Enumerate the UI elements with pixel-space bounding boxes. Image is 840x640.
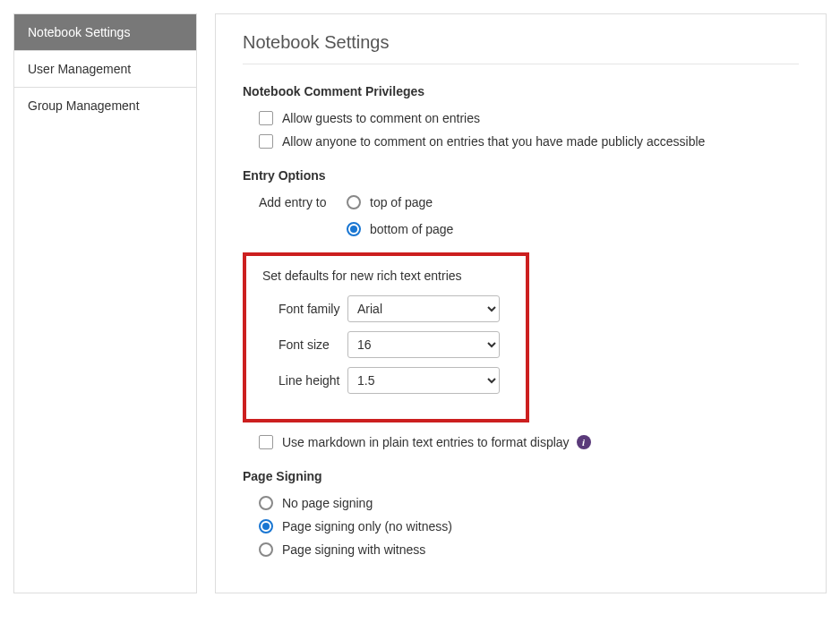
signing-witness-radio[interactable]	[259, 542, 273, 557]
info-icon[interactable]: i	[577, 435, 591, 449]
signing-none-radio[interactable]	[259, 496, 273, 510]
signing-witness-label: Page signing with witness	[282, 542, 425, 557]
signing-only-radio[interactable]	[259, 519, 273, 533]
add-entry-bottom-label: bottom of page	[370, 222, 453, 236]
signing-none-label: No page signing	[282, 496, 373, 510]
line-height-select[interactable]: 1.5	[347, 367, 500, 394]
sidebar-item-user-management[interactable]: User Management	[14, 51, 196, 88]
add-entry-top-radio[interactable]	[347, 195, 361, 209]
allow-guests-label: Allow guests to comment on entries	[282, 111, 480, 125]
sidebar: Notebook Settings User Management Group …	[13, 13, 197, 593]
section-privileges-heading: Notebook Comment Privileges	[243, 84, 799, 98]
add-entry-to-label: Add entry to	[259, 195, 347, 209]
font-size-select[interactable]: 16	[347, 331, 500, 358]
font-family-select[interactable]: Arial	[347, 295, 500, 322]
sidebar-item-label: Notebook Settings	[28, 25, 130, 39]
page-title: Notebook Settings	[243, 32, 799, 64]
font-size-label: Font size	[262, 337, 347, 352]
sidebar-item-label: User Management	[28, 62, 131, 76]
sidebar-item-group-management[interactable]: Group Management	[14, 88, 196, 124]
use-markdown-label: Use markdown in plain text entries to fo…	[282, 435, 570, 449]
use-markdown-checkbox[interactable]	[259, 435, 273, 449]
sidebar-item-label: Group Management	[28, 98, 140, 113]
section-signing-heading: Page Signing	[243, 469, 799, 483]
main-panel: Notebook Settings Notebook Comment Privi…	[215, 13, 827, 593]
rich-text-defaults-box: Set defaults for new rich text entries F…	[243, 252, 529, 422]
allow-guests-checkbox[interactable]	[259, 111, 273, 125]
defaults-heading: Set defaults for new rich text entries	[262, 269, 510, 283]
allow-anyone-checkbox[interactable]	[259, 134, 273, 149]
allow-anyone-label: Allow anyone to comment on entries that …	[282, 134, 705, 149]
font-family-label: Font family	[262, 302, 347, 316]
section-entry-heading: Entry Options	[243, 168, 799, 183]
line-height-label: Line height	[262, 373, 347, 388]
add-entry-top-label: top of page	[370, 195, 433, 209]
signing-only-label: Page signing only (no witness)	[282, 519, 452, 533]
sidebar-item-notebook-settings[interactable]: Notebook Settings	[14, 14, 196, 51]
add-entry-bottom-radio[interactable]	[347, 222, 361, 236]
